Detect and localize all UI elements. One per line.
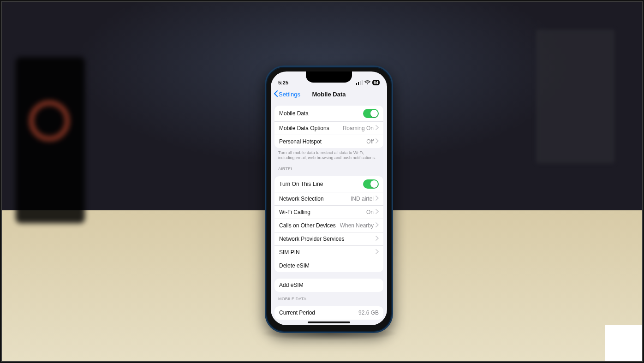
- background-object-left: [16, 57, 85, 223]
- chevron-right-icon: [376, 196, 379, 202]
- row-turn-on-line[interactable]: Turn On This Line: [274, 176, 383, 192]
- section-header-carrier: AIRTEL: [271, 162, 387, 173]
- chevron-right-icon: [376, 138, 379, 145]
- chevron-right-icon: [376, 209, 379, 215]
- phone-screen: 5:25 64 Settings: [271, 71, 387, 325]
- delete-esim-label: Delete eSIM: [279, 262, 310, 269]
- row-network-selection[interactable]: Network Selection IND airtel: [274, 192, 383, 205]
- row-detail: When Nearby: [340, 222, 374, 229]
- row-personal-hotspot[interactable]: Personal Hotspot Off: [274, 135, 383, 148]
- row-detail: IND airtel: [351, 196, 374, 202]
- row-label: Mobile Data Options: [279, 125, 329, 131]
- page-title: Mobile Data: [312, 91, 346, 98]
- svg-rect-3: [362, 80, 363, 85]
- turn-on-line-switch[interactable]: [363, 179, 379, 189]
- row-current-period[interactable]: Current Period 92.6 GB: [274, 306, 383, 320]
- section-header-usage: MOBILE DATA: [271, 292, 387, 303]
- add-esim-label: Add eSIM: [279, 282, 304, 288]
- row-detail: Roaming On: [343, 125, 374, 131]
- svg-rect-2: [360, 81, 361, 85]
- row-label: SIM PIN: [279, 249, 300, 256]
- cellular-signal-icon: [356, 80, 363, 85]
- wifi-icon: [364, 80, 370, 85]
- row-mobile-data-toggle[interactable]: Mobile Data: [274, 106, 383, 121]
- settings-content[interactable]: Mobile Data Mobile Data Options Roaming …: [271, 102, 387, 325]
- row-label: Calls on Other Devices: [279, 222, 336, 229]
- mobile-data-switch[interactable]: [363, 109, 379, 118]
- carrier-group: Turn On This Line Network Selection IND …: [274, 176, 383, 272]
- svg-rect-1: [358, 82, 359, 85]
- chevron-right-icon: [376, 249, 379, 256]
- back-label: Settings: [279, 91, 300, 98]
- row-label: Network Selection: [279, 196, 324, 202]
- row-mobile-data-options[interactable]: Mobile Data Options Roaming On: [274, 121, 383, 135]
- row-detail: Off: [366, 138, 374, 145]
- add-esim-group: Add eSIM: [274, 279, 383, 292]
- mobile-data-footer-note: Turn off mobile data to restrict all dat…: [271, 148, 387, 162]
- chevron-left-icon: [274, 90, 278, 98]
- row-detail: On: [366, 209, 374, 215]
- row-detail: 92.6 GB: [358, 309, 379, 316]
- row-label: Current Period: [279, 309, 315, 316]
- svg-rect-0: [356, 83, 357, 85]
- row-calls-other-devices[interactable]: Calls on Other Devices When Nearby: [274, 219, 383, 232]
- row-label: Wi-Fi Calling: [279, 209, 310, 215]
- row-label: Mobile Data: [279, 110, 309, 117]
- row-label: Personal Hotspot: [279, 138, 322, 145]
- status-time: 5:25: [278, 80, 288, 85]
- row-label: Turn On This Line: [279, 181, 323, 187]
- row-add-esim[interactable]: Add eSIM: [274, 279, 383, 292]
- battery-indicator: 64: [372, 80, 380, 85]
- chevron-right-icon: [376, 236, 379, 242]
- row-sim-pin[interactable]: SIM PIN: [274, 245, 383, 259]
- home-indicator[interactable]: [308, 321, 350, 323]
- iphone-device: 5:25 64 Settings: [265, 65, 393, 333]
- background-object-right: [536, 30, 614, 163]
- row-label: Network Provider Services: [279, 236, 344, 242]
- row-network-provider-services[interactable]: Network Provider Services: [274, 232, 383, 245]
- back-button[interactable]: Settings: [274, 86, 300, 102]
- navigation-bar: Settings Mobile Data: [271, 86, 387, 102]
- usage-group: Current Period 92.6 GB: [274, 306, 383, 320]
- row-delete-esim[interactable]: Delete eSIM: [274, 259, 383, 272]
- photo-background: 5:25 64 Settings: [1, 1, 643, 362]
- chevron-right-icon: [376, 222, 379, 229]
- corner-overlay: [605, 325, 642, 361]
- row-wifi-calling[interactable]: Wi-Fi Calling On: [274, 205, 383, 219]
- mobile-data-group: Mobile Data Mobile Data Options Roaming …: [274, 106, 383, 148]
- display-notch: [306, 71, 352, 83]
- chevron-right-icon: [376, 125, 379, 131]
